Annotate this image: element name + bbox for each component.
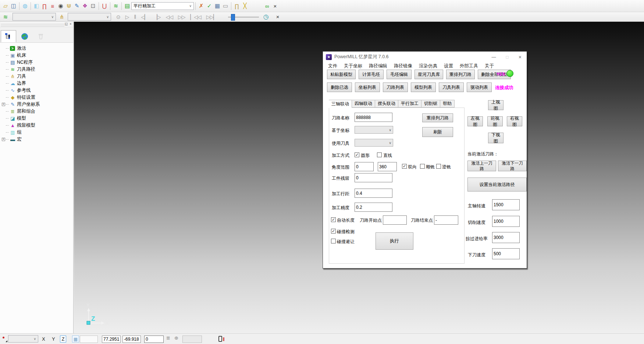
feed-rate-icon[interactable]: ∏: [40, 1, 49, 10]
tree-item[interactable]: + > 激活: [1, 45, 73, 52]
front-view-button[interactable]: 前视图: [487, 116, 503, 126]
coord-z-field[interactable]: [144, 336, 164, 343]
menu-item[interactable]: 设置: [441, 63, 456, 69]
tree-item[interactable]: + ≣ 层和组合: [1, 108, 73, 115]
top-view-button[interactable]: 上视图: [488, 100, 504, 110]
dialog-tab[interactable]: 平行加工: [398, 100, 421, 108]
toolbar-separator[interactable]: [19, 2, 19, 10]
tool-deactivate-icon[interactable]: ✗: [197, 1, 205, 10]
panel-float-icon[interactable]: ◱: [64, 22, 68, 26]
tree-item[interactable]: + ▣ 机床: [1, 52, 73, 59]
ruler-icon[interactable]: ▭: [221, 1, 230, 10]
go-to-start-icon[interactable]: ▏◁◁: [191, 13, 201, 21]
tab-explorer-tree[interactable]: [1, 30, 16, 42]
stock-allowance-input[interactable]: [355, 173, 392, 182]
draft-pencil-icon[interactable]: ✎: [73, 1, 81, 10]
open-project-icon[interactable]: ▱: [1, 1, 10, 10]
angle-to-input[interactable]: [378, 162, 397, 171]
climb-checkbox[interactable]: [420, 164, 425, 169]
minimize-icon[interactable]: —: [492, 55, 496, 60]
play-icon[interactable]: ▷: [125, 13, 129, 21]
step-forward-icon[interactable]: ▕▷: [153, 13, 161, 21]
toolbar-separator[interactable]: [195, 2, 196, 10]
action-button[interactable]: 模型列表: [411, 83, 436, 92]
angle-from-input[interactable]: [355, 162, 374, 171]
maximize-icon[interactable]: □: [506, 55, 509, 60]
toolpath-name-input[interactable]: [355, 113, 392, 122]
base-coord-combobox[interactable]: ∨: [355, 126, 393, 134]
grid-toggle-button[interactable]: ▦: [72, 336, 79, 343]
snap-field[interactable]: [80, 336, 98, 343]
go-to-end-icon[interactable]: ▷▷▏: [206, 13, 217, 21]
panel-close-icon[interactable]: ×: [69, 22, 72, 26]
sim-toolbar-close-icon[interactable]: ×: [274, 13, 282, 21]
end-point-input[interactable]: [434, 215, 458, 225]
coord-y-field[interactable]: [122, 336, 141, 343]
rewind-icon[interactable]: ◁◁: [166, 13, 173, 21]
collision-avoid-checkbox[interactable]: [331, 239, 336, 243]
action-button[interactable]: 重排列刀路: [446, 70, 475, 79]
fast-forward-icon[interactable]: ▷▷: [178, 13, 185, 21]
expander-icon[interactable]: +: [2, 138, 5, 141]
calculator-icon[interactable]: ▦: [213, 1, 221, 10]
toolbar-separator[interactable]: [31, 2, 31, 10]
stepover-input[interactable]: [355, 189, 392, 198]
menu-item[interactable]: 关于坐标: [341, 63, 366, 69]
tool-pair-icon[interactable]: ∏: [233, 1, 241, 10]
tool-verify-icon[interactable]: ✓: [205, 1, 213, 10]
tolerance-input[interactable]: [355, 203, 392, 212]
block-icon[interactable]: ◧: [32, 1, 40, 10]
collision-check-checkbox[interactable]: [331, 229, 336, 234]
tool-icon[interactable]: ◉: [57, 1, 65, 10]
tree-item[interactable]: + ▤ NC程序: [1, 59, 73, 66]
menu-item[interactable]: 路径镜像: [391, 63, 416, 69]
tool-swap-icon[interactable]: ╳: [241, 1, 249, 10]
toolpath-list-icon[interactable]: ≡: [49, 1, 57, 10]
right-view-button[interactable]: 右视图: [507, 116, 522, 126]
tree-item[interactable]: + ⋔ 刀具: [1, 73, 73, 80]
active-toolpath-icon[interactable]: ≋: [112, 1, 120, 10]
dialog-titlebar[interactable]: ★ PowerMILL 忆梦星河 7.0.6 — □ ×: [323, 52, 527, 62]
tree-item[interactable]: + ▬ 宏: [1, 136, 73, 143]
menu-item[interactable]: 关于: [481, 63, 497, 69]
tool-combobox[interactable]: ∨: [68, 13, 111, 21]
clock-icon[interactable]: ◷: [262, 13, 270, 21]
tree-item[interactable]: + ◪ 模型: [1, 115, 73, 122]
action-button[interactable]: 刀路列表: [383, 83, 408, 92]
tree-item[interactable]: + ▥ 组: [1, 129, 73, 136]
dialog-tab[interactable]: 四轴联动: [352, 100, 375, 108]
set-active-path-button[interactable]: 设置当前激活路径: [467, 178, 527, 192]
action-button[interactable]: 驱动列表: [467, 83, 492, 92]
activate-prev-toolpath-button[interactable]: 激活上一刀路: [467, 161, 496, 171]
dialog-tab[interactable]: 摆头联动: [375, 100, 398, 108]
action-button[interactable]: 星河刀具库: [414, 70, 443, 79]
toolpath-combobox[interactable]: ∨: [13, 13, 56, 21]
light-icon[interactable]: ⊙: [116, 13, 120, 21]
toolbar-separator[interactable]: [110, 2, 110, 10]
menu-item[interactable]: 外部工具: [456, 63, 481, 69]
toolbox-launcher-icon[interactable]: [2, 336, 7, 342]
view-combobox[interactable]: ∨: [8, 335, 38, 343]
coord-x-field[interactable]: [102, 336, 121, 343]
x-axis-button[interactable]: X: [40, 336, 47, 343]
z-axis-button[interactable]: Z: [60, 336, 66, 343]
rearrange-toolpaths-button[interactable]: 重排列刀路: [422, 113, 453, 122]
use-tool-combobox[interactable]: ∨: [355, 139, 393, 147]
strategy-combobox[interactable]: 平行精加工 ∨: [131, 2, 194, 10]
tree-item[interactable]: + ∿ 参考线: [1, 87, 73, 94]
tree-item[interactable]: + ☁ 边界: [1, 80, 73, 87]
dialog-tab[interactable]: 三轴联动: [329, 100, 352, 108]
slider-handle[interactable]: [231, 14, 235, 21]
action-button[interactable]: 粘贴新模型: [327, 70, 356, 79]
menu-item[interactable]: 路径编辑: [366, 63, 391, 69]
dialog-tab[interactable]: 帮助: [440, 100, 455, 108]
activate-next-toolpath-button[interactable]: 激活下一刀路: [498, 161, 527, 171]
blank-setup-icon[interactable]: ◍: [21, 1, 29, 10]
plunge-feed-input[interactable]: [492, 248, 520, 259]
circle-checkbox[interactable]: [355, 152, 359, 157]
execute-button[interactable]: 执行: [376, 232, 413, 250]
auto-length-checkbox[interactable]: [331, 217, 336, 222]
action-button[interactable]: 坐标列表: [355, 83, 380, 92]
measure-field[interactable]: [182, 336, 202, 343]
dialog-tab[interactable]: 切割锯: [421, 100, 440, 108]
